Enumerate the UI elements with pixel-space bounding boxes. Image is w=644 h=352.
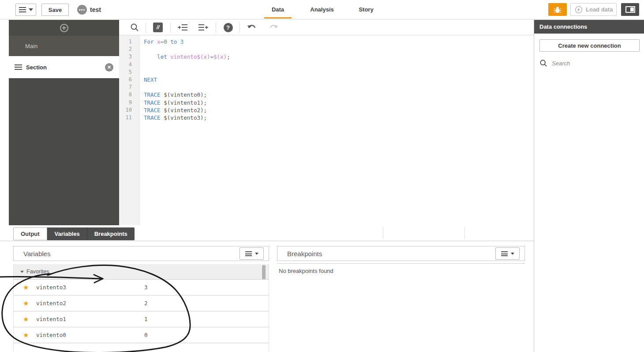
code-line — [144, 68, 534, 76]
add-section-icon[interactable] — [60, 24, 68, 32]
save-button[interactable]: Save — [41, 4, 69, 16]
search-icon[interactable] — [129, 22, 140, 33]
chevron-down-icon — [511, 253, 514, 255]
output-tabs: OutputVariablesBreakpoints — [13, 227, 135, 240]
line-number: 8 — [119, 91, 140, 98]
breakpoints-empty-state: No breakpoints found — [277, 263, 525, 352]
favorites-group-row[interactable]: Favorites — [14, 264, 269, 280]
code-line — [144, 83, 534, 91]
debug-toolbar: OutputVariablesBreakpoints Limited load … — [0, 225, 534, 241]
tab-output[interactable]: Output — [13, 227, 47, 240]
line-number: 1 — [119, 38, 140, 45]
star-icon[interactable]: ★ — [23, 284, 30, 291]
variable-row[interactable]: ★vintento11 — [14, 311, 269, 327]
drag-handle-icon[interactable] — [15, 64, 22, 70]
tab-story[interactable]: Story — [344, 0, 388, 19]
undo-icon[interactable] — [247, 22, 257, 33]
load-data-button[interactable]: Load data — [570, 3, 617, 16]
chevron-down-icon — [255, 253, 258, 255]
tab-analysis[interactable]: Analysis — [300, 0, 344, 19]
variable-value: 2 — [144, 300, 148, 307]
panel-title: Data connections — [534, 20, 644, 34]
variable-name: vintento3 — [36, 284, 144, 291]
star-icon[interactable]: ★ — [23, 299, 30, 307]
tab-variables[interactable]: Variables — [47, 227, 87, 240]
code-line — [144, 45, 534, 53]
script-editor[interactable]: For x=0 to 3 let vintento$(x)=$(x);NEXTT… — [140, 35, 534, 225]
help-icon[interactable]: ? — [223, 22, 233, 33]
search-icon — [539, 59, 547, 67]
breakpoints-panel-header: Breakpoints — [277, 246, 525, 261]
line-number: 9 — [119, 99, 140, 106]
tab-breakpoints[interactable]: Breakpoints — [87, 227, 135, 240]
breakpoints-title: Breakpoints — [287, 250, 495, 257]
toggle-right-panel-button[interactable] — [621, 3, 639, 16]
variable-value: 0 — [144, 332, 148, 338]
code-line: let vintento$(x)=$(x); — [144, 53, 534, 61]
indent-icon[interactable] — [177, 22, 188, 33]
code-line: For x=0 to 3 — [144, 38, 534, 45]
variable-value: 1 — [144, 316, 148, 322]
sidebar-header — [9, 20, 119, 36]
variables-list: Favorites ★vintento33★vintento22★vintent… — [13, 264, 269, 352]
hamburger-icon — [501, 251, 508, 256]
hamburger-icon — [245, 251, 252, 256]
favorites-label: Favorites — [26, 269, 49, 275]
collapse-caret-icon — [20, 271, 24, 273]
variables-menu-button[interactable] — [240, 247, 264, 260]
line-number-gutter: 1234567891011 — [119, 35, 140, 225]
variable-row[interactable]: ★vintento22 — [14, 295, 269, 311]
variable-name: vintento2 — [36, 300, 144, 307]
code-line — [144, 61, 534, 68]
app-title: test — [90, 6, 101, 13]
variables-title: Variables — [23, 250, 240, 257]
variable-row[interactable]: ★vintento00 — [14, 327, 269, 343]
line-number: 11 — [119, 114, 140, 121]
data-load-editor: Save ••• test DataAnalysisStory Load dat… — [0, 0, 644, 352]
line-number: 10 — [119, 106, 140, 114]
redo-icon[interactable] — [268, 22, 279, 33]
code-line: TRACE $(vintento2); — [144, 106, 534, 114]
breakpoints-menu-button[interactable] — [495, 247, 520, 260]
sidebar-item-main[interactable]: Main — [9, 36, 119, 56]
sidebar-item-section[interactable]: Section ✕ — [9, 56, 119, 78]
debug-button[interactable] — [548, 3, 567, 16]
code-line: NEXT — [144, 76, 534, 83]
variable-value: 3 — [144, 284, 148, 291]
line-number: 5 — [119, 68, 140, 76]
line-number: 4 — [119, 61, 140, 68]
search-placeholder: Search — [552, 60, 570, 67]
editor-toolbar: // ? — [119, 20, 534, 35]
app-options-icon[interactable]: ••• — [77, 5, 87, 15]
variable-name: vintento0 — [36, 332, 144, 338]
code-line: TRACE $(vintento1); — [144, 99, 534, 106]
top-toolbar: Save ••• test DataAnalysisStory Load dat… — [0, 0, 644, 19]
comment-icon[interactable]: // — [153, 22, 163, 33]
line-number: 3 — [119, 53, 140, 61]
sections-sidebar: Main Section ✕ — [9, 20, 119, 225]
create-new-connection-button[interactable]: Create new connection — [539, 39, 640, 52]
variables-panel-header: Variables — [13, 246, 269, 261]
star-icon[interactable]: ★ — [23, 331, 30, 339]
chevron-down-icon — [29, 8, 33, 11]
navigation-menu-button[interactable] — [15, 4, 36, 16]
close-icon[interactable]: ✕ — [105, 63, 113, 72]
play-circle-icon — [575, 6, 583, 14]
variable-name: vintento1 — [36, 316, 144, 322]
data-connections-panel: Data connections Create new connection S… — [534, 20, 644, 352]
bug-icon — [553, 5, 562, 14]
variable-rows: ★vintento33★vintento22★vintento11★vinten… — [14, 280, 269, 343]
code-line: TRACE $(vintento0); — [144, 91, 534, 98]
line-number: 6 — [119, 76, 140, 83]
connections-search-input[interactable]: Search — [539, 58, 640, 68]
line-number: 2 — [119, 45, 140, 53]
sidebar-body — [9, 78, 119, 225]
scrollbar-thumb[interactable] — [262, 265, 266, 280]
star-icon[interactable]: ★ — [23, 315, 30, 323]
outdent-icon[interactable] — [198, 22, 209, 33]
panel-toggle-icon — [625, 6, 635, 13]
line-number: 7 — [119, 83, 140, 91]
code-line: TRACE $(vintento3); — [144, 114, 534, 121]
tab-data[interactable]: Data — [256, 0, 300, 19]
variable-row[interactable]: ★vintento33 — [14, 280, 269, 295]
